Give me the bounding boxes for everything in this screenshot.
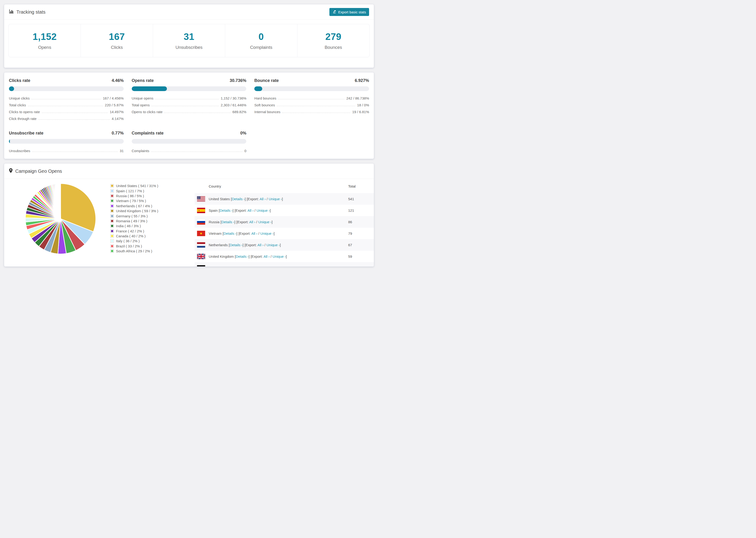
rate-block-clicks-rate: Clicks rate4.46%Unique clicks167 / 4.456… [9,78,124,121]
legend-item-united-kingdom[interactable]: United Kingdom ( 59 / 3% ) [110,208,158,213]
export-unique-link[interactable]: Unique › [273,254,286,258]
export-unique-link[interactable]: Unique › [258,220,272,224]
legend-label: Spain ( 121 / 7% ) [116,189,144,193]
legend-item-russia[interactable]: Russia ( 86 / 5% ) [110,193,158,198]
legend-item-romania[interactable]: Romania ( 49 / 3% ) [110,219,158,224]
rate-row-label: Opens to clicks rate [132,110,163,114]
bracket-close: ] [280,243,281,247]
legend-swatch [110,239,114,243]
rate-row-label: Unique clicks [9,96,29,100]
stat-label: Clicks [111,45,123,50]
rates-grid: Clicks rate4.46%Unique clicks167 / 4.456… [4,73,374,153]
legend-item-germany[interactable]: Germany ( 55 / 3% ) [110,213,158,218]
rate-progress-fill [9,86,14,91]
rate-title: Complaints rate [132,131,164,136]
export-unique-link[interactable]: Unique › [260,232,274,236]
legend-label: Romania ( 49 / 3% ) [116,219,147,223]
details-link[interactable]: Details › [224,232,237,236]
country-name: Netherlands [ [209,243,230,247]
bracket-close: ] [282,197,283,201]
rate-block-opens-rate: Opens rate30.736%Unique opens1,152 / 30.… [132,78,246,121]
export-all-link[interactable]: All › [249,220,255,224]
legend-item-united-states[interactable]: United States ( 541 / 31% ) [110,183,158,188]
rate-row: Internal bounces19 / 6.81% [254,108,369,115]
export-prefix: ] [Export: [243,243,257,247]
details-link[interactable]: Details › [236,254,249,258]
legend-item-brazil[interactable]: Brazil ( 33 / 2% ) [110,243,158,248]
rate-block-complaints-rate: Complaints rate0%Complaints0 [132,131,246,153]
legend-item-netherlands[interactable]: Netherlands ( 67 / 4% ) [110,203,158,208]
export-prefix: ] [Export: [233,208,247,212]
nl-flag-icon [197,242,205,248]
link-separator: / [270,254,273,258]
details-link[interactable]: Details › [230,243,243,247]
geo-table-row-germany: Germany [Details ›] [Export: All › / Uni… [195,262,374,267]
rate-row-value: 242 / 86.738% [346,96,369,100]
export-unique-link[interactable]: Unique › [266,243,280,247]
legend-label: Vietnam ( 79 / 5% ) [116,199,146,203]
export-all-link[interactable]: All › [251,232,257,236]
export-all-link[interactable]: All › [263,254,270,258]
geo-row-total: 86 [348,220,374,224]
geo-header: Campaign Geo Opens [4,164,374,179]
export-all-link[interactable]: All › [247,208,253,212]
export-unique-link[interactable]: Unique › [262,266,275,267]
map-marker-icon [9,168,13,174]
rate-row-value: 14.497% [110,110,124,114]
details-link[interactable]: Details › [221,220,234,224]
legend-item-italy[interactable]: Italy ( 36 / 2% ) [110,239,158,243]
rate-progress-bar [9,139,124,144]
export-all-link[interactable]: All › [257,243,264,247]
dotted-leader [155,99,219,99]
rate-row-label: Complaints [132,149,149,153]
legend-label: United States ( 541 / 31% ) [116,184,158,188]
rate-row-label: Total opens [132,103,150,107]
country-name: Germany [ [209,266,225,267]
legend-item-india[interactable]: India ( 46 / 3% ) [110,224,158,228]
legend-item-south-africa[interactable]: South Africa ( 29 / 2% ) [110,248,158,253]
export-all-link[interactable]: All › [253,266,259,267]
legend-swatch [110,199,114,202]
legend-item-vietnam[interactable]: Vietnam ( 79 / 5% ) [110,198,158,203]
rate-row: Click through rate4.147% [9,115,124,121]
geo-row-total: 59 [348,254,374,258]
geo-table-row-spain: Spain [Details ›] [Export: All › / Uniqu… [195,205,374,216]
country-name: Russia [ [209,220,221,224]
geo-table-header-country: Country [195,184,348,188]
export-unique-link[interactable]: Unique › [256,208,270,212]
pie-slice-other[interactable] [60,184,61,219]
rate-progress-fill [132,86,167,91]
legend-item-spain[interactable]: Spain ( 121 / 7% ) [110,188,158,193]
country-name: Vietnam [ [209,232,224,236]
legend-item-france[interactable]: France ( 42 / 2% ) [110,229,158,234]
stat-value: 1,152 [33,31,57,42]
details-link[interactable]: Details › [232,197,244,201]
export-unique-link[interactable]: Unique › [269,197,282,201]
geo-row-total: 541 [348,197,374,201]
geo-header-divider [4,179,374,179]
rate-row-label: Unique opens [132,96,153,100]
legend-item-canada[interactable]: Canada ( 40 / 2% ) [110,234,158,239]
rate-row-value: 689.82% [233,110,246,114]
legend-swatch [110,209,114,213]
rate-rows: Unsubscribes31 [9,147,124,153]
rate-row: Complaints0 [132,147,246,153]
export-all-link[interactable]: All › [260,197,266,201]
stat-value: 167 [109,31,125,42]
legend-label: United Kingdom ( 59 / 3% ) [116,209,158,213]
details-link[interactable]: Details › [225,266,238,267]
tracking-stats-title: Tracking stats [17,9,45,15]
rate-progress-bar [132,86,246,91]
legend-swatch [110,244,114,248]
export-prefix: ] [Export: [234,220,249,224]
rate-row: Soft bounces18 / 0% [254,101,369,108]
geo-row-label: Netherlands [Details ›] [Export: All › /… [209,243,348,247]
rate-row-value: 220 / 5.87% [105,103,124,107]
rate-row-label: Total clicks [9,103,26,107]
stat-label: Complaints [250,45,272,50]
rate-row-value: 2,303 / 61.446% [221,103,246,107]
geo-title: Campaign Geo Opens [15,169,62,174]
details-link[interactable]: Details › [220,208,233,212]
export-basic-stats-button[interactable]: Export basic stats [329,8,369,16]
rate-row-label: Hard bounces [254,96,276,100]
